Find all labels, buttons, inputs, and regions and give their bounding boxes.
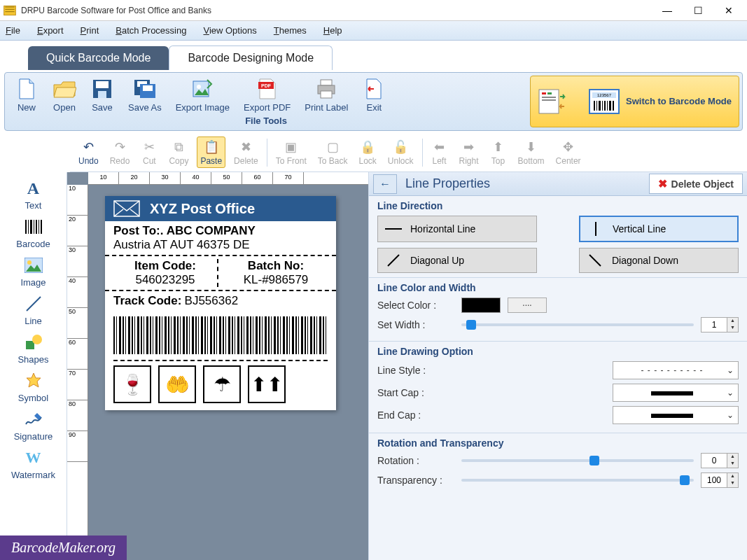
tool-text[interactable]: AText xyxy=(0,175,67,214)
svg-rect-17 xyxy=(547,92,552,94)
diag-up-icon xyxy=(385,254,402,267)
svg-rect-26 xyxy=(602,101,603,111)
label-codes: Item Code:546023295 Batch No:KL-#986579 xyxy=(105,256,336,291)
tool-signature[interactable]: Signature xyxy=(0,406,67,444)
rotation-spinbox[interactable]: ▲▼ xyxy=(701,453,739,468)
align-bottom-button[interactable]: ⬇Bottom xyxy=(515,137,547,167)
arrow-down-icon: ⬇ xyxy=(523,139,540,155)
footer-badge: BarcodeMaker.org xyxy=(0,536,127,560)
diagonal-down-button[interactable]: Diagonal Down xyxy=(579,248,739,273)
window-title: DRPU Barcode Software for Post Office an… xyxy=(21,6,652,15)
chevron-down-icon: ⌄ xyxy=(727,388,734,398)
vertical-line-button[interactable]: Vertical Line xyxy=(579,216,739,242)
align-right-button[interactable]: ➡Right xyxy=(456,137,482,167)
select-color-label: Select Color : xyxy=(377,300,454,311)
svg-rect-49 xyxy=(651,414,693,418)
toback-icon: ▢ xyxy=(324,139,341,155)
canvas[interactable]: 10203040506070 102030405060708090 XYZ Po… xyxy=(67,172,368,560)
svg-rect-29 xyxy=(609,101,611,111)
fragile-icon: 🍷 xyxy=(113,365,151,403)
more-colors-button[interactable]: .... xyxy=(508,298,547,313)
switch-mode-button[interactable]: 123567 Switch to Barcode Mode xyxy=(530,76,739,127)
delete-button[interactable]: ✖Delete xyxy=(231,137,261,167)
dashed-line-icon: - - - - - - - - - - xyxy=(617,365,727,375)
width-spinbox[interactable]: ▲▼ xyxy=(701,317,739,332)
linestyle-combo[interactable]: - - - - - - - - - -⌄ xyxy=(613,361,739,379)
align-top-button[interactable]: ⬆Top xyxy=(487,137,510,167)
copy-button[interactable]: ⧉Copy xyxy=(166,137,191,167)
startcap-combo[interactable]: ⌄ xyxy=(613,384,739,402)
label-preview[interactable]: XYZ Post Office Post To:. ABC COMPANY Au… xyxy=(105,196,336,410)
tofront-button[interactable]: ▣To Front xyxy=(273,137,309,167)
this-way-up-icon: ⬆⬆ xyxy=(248,365,286,403)
menu-batch[interactable]: Batch Processing xyxy=(116,25,186,36)
open-button[interactable]: Open xyxy=(53,77,76,113)
delete-object-button[interactable]: ✖Delete Object xyxy=(649,174,743,194)
svg-rect-2 xyxy=(96,81,109,88)
switch-label: Switch to Barcode Mode xyxy=(626,96,732,107)
new-button[interactable]: New xyxy=(15,77,39,113)
tool-barcode[interactable]: Barcode xyxy=(0,214,67,252)
barcode-icon xyxy=(24,217,43,237)
back-button[interactable]: ← xyxy=(373,174,397,194)
maximize-button[interactable]: ☐ xyxy=(683,1,713,20)
align-left-button[interactable]: ⬅Left xyxy=(428,137,451,167)
rotation-slider[interactable] xyxy=(461,459,694,462)
lock-button[interactable]: 🔒Lock xyxy=(356,137,379,167)
chevron-down-icon: ⌄ xyxy=(727,410,734,420)
new-file-icon xyxy=(15,77,39,101)
tab-design-mode[interactable]: Barcode Designing Mode xyxy=(169,46,333,70)
minimize-button[interactable]: — xyxy=(652,1,683,20)
menu-view[interactable]: View Options xyxy=(203,25,256,36)
transparency-slider[interactable] xyxy=(461,479,694,482)
undo-button[interactable]: ↶Undo xyxy=(76,137,102,167)
svg-line-46 xyxy=(388,255,399,266)
menu-export[interactable]: Export xyxy=(37,25,64,36)
menu-themes[interactable]: Themes xyxy=(274,25,307,36)
saveas-button[interactable]: Save As xyxy=(128,77,162,113)
redo-button[interactable]: ↷Redo xyxy=(107,137,133,167)
transparency-spinbox[interactable]: ▲▼ xyxy=(701,472,739,488)
diagonal-up-button[interactable]: Diagonal Up xyxy=(377,248,537,273)
color-swatch[interactable] xyxy=(461,298,501,313)
tab-quick-mode[interactable]: Quick Barcode Mode xyxy=(28,46,169,70)
save-button[interactable]: Save xyxy=(90,77,114,113)
export-image-button[interactable]: Export Image xyxy=(176,77,230,113)
tool-line[interactable]: Line xyxy=(0,290,67,329)
menu-help[interactable]: Help xyxy=(323,25,342,36)
line-icon xyxy=(24,294,43,314)
paste-button[interactable]: 📋Paste xyxy=(197,136,225,168)
width-slider[interactable] xyxy=(461,323,694,326)
horizontal-line-button[interactable]: Horizontal Line xyxy=(377,216,537,242)
envelope-icon xyxy=(113,200,140,217)
tool-symbol[interactable]: Symbol xyxy=(0,368,67,406)
text-icon: A xyxy=(24,178,43,198)
tool-shapes[interactable]: Shapes xyxy=(0,329,67,368)
align-center-button[interactable]: ✥Center xyxy=(553,137,584,167)
tool-watermark[interactable]: WWatermark xyxy=(0,444,67,483)
ruler-vertical: 102030405060708090 xyxy=(67,185,88,560)
close-button[interactable]: ✕ xyxy=(713,1,744,20)
barcode-card-icon: 123567 xyxy=(588,85,620,118)
svg-point-39 xyxy=(27,260,32,265)
unlock-button[interactable]: 🔓Unlock xyxy=(385,137,417,167)
print-label-button[interactable]: Print Label xyxy=(305,77,348,113)
svg-rect-36 xyxy=(39,220,39,234)
menu-file[interactable]: File xyxy=(6,25,20,36)
startcap-label: Start Cap : xyxy=(377,387,454,398)
svg-rect-24 xyxy=(596,101,597,111)
endcap-combo[interactable]: ⌄ xyxy=(613,406,739,424)
menu-print[interactable]: Print xyxy=(81,25,99,36)
delete-icon: ✖ xyxy=(237,139,254,155)
cut-button[interactable]: ✂Cut xyxy=(138,137,160,167)
tool-image[interactable]: Image xyxy=(0,252,67,290)
exit-button[interactable]: Exit xyxy=(362,77,386,113)
export-pdf-button[interactable]: PDFExport PDF xyxy=(244,77,291,113)
toback-button[interactable]: ▢To Back xyxy=(315,137,351,167)
svg-rect-35 xyxy=(36,220,37,234)
watermark-icon: W xyxy=(24,448,43,468)
svg-rect-32 xyxy=(28,220,29,234)
chevron-down-icon: ⌄ xyxy=(727,365,734,375)
label-track: Track Code: BJ556362 xyxy=(105,291,336,311)
export-image-icon xyxy=(190,77,214,101)
